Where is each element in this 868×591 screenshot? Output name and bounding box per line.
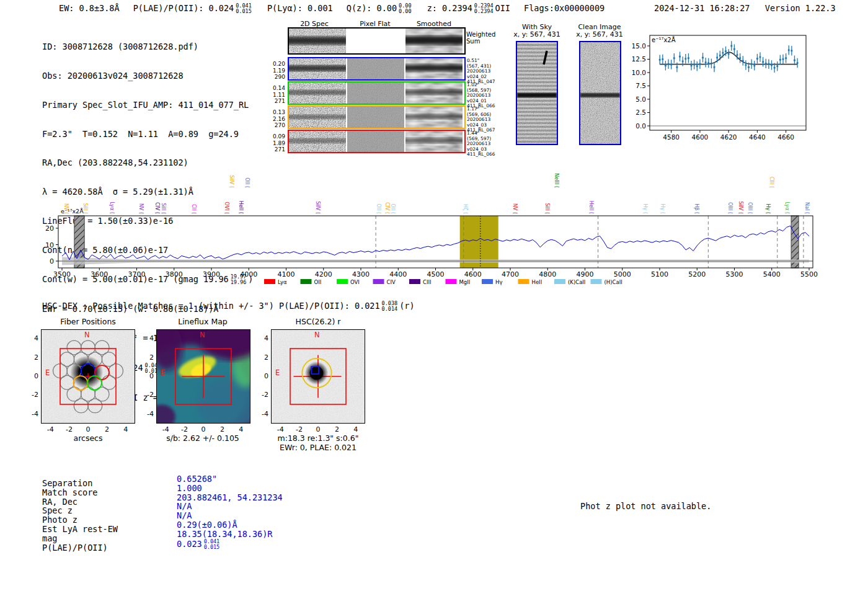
svg-text:3600: 3600 <box>91 270 108 278</box>
cutout-ytick: 0 <box>25 372 38 380</box>
photz-note: Phot z plot not available. <box>580 501 711 511</box>
svg-text:HeII: HeII <box>532 279 542 285</box>
svg-text:Hζ (: Hζ ( <box>463 204 468 214</box>
withsky-title: With Skyx, y: 567, 431 <box>503 24 571 38</box>
svg-text:4600: 4600 <box>692 133 709 141</box>
svg-text:5.0: 5.0 <box>636 96 646 103</box>
cutout-xtick: -4 <box>273 425 288 433</box>
weighted-2dspec-image <box>289 29 346 53</box>
fiber-row-2dspec-image <box>289 131 346 152</box>
lineflux-map-title: Lineflux Map <box>153 317 252 326</box>
svg-text:4000: 4000 <box>240 270 257 278</box>
svg-text:15.0: 15.0 <box>632 42 646 50</box>
fiber-compass-n: N <box>84 331 90 339</box>
svg-text:3900: 3900 <box>203 270 220 278</box>
fiber-row-2dspec-image <box>289 107 346 128</box>
svg-text:(H)CaII: (H)CaII <box>604 279 622 285</box>
cutout-xtick: 4 <box>348 425 363 433</box>
fiber-row-2dspec-image <box>289 82 346 104</box>
header-ew: EW: 0.8±3.8Å <box>59 3 120 13</box>
svg-text:Lyα (: Lyα ( <box>784 202 790 214</box>
svg-text:CIV: CIV <box>387 279 396 285</box>
header-plya: P(Lyα): 0.001 <box>267 3 333 13</box>
svg-text:7.5: 7.5 <box>636 82 646 89</box>
svg-text:4500: 4500 <box>427 270 445 278</box>
svg-text:0: 0 <box>50 257 54 265</box>
svg-text:CIV (: CIV ( <box>154 202 160 214</box>
info-obs: Obs: 20200613v024_3008712628 <box>42 71 253 81</box>
fiber-row-pixelflat-image <box>347 131 404 152</box>
svg-text:OIII (: OIII ( <box>727 202 733 214</box>
svg-text:10: 10 <box>45 241 54 249</box>
fiber-row-pixelflat-image <box>347 107 404 128</box>
fiber-row-smoothed-image <box>405 82 463 104</box>
fiber-row-left-labels: 0.132.16270 <box>259 108 285 129</box>
withsky-image <box>516 41 558 145</box>
svg-text:NV (: NV ( <box>138 203 144 214</box>
header-flags: Flags:0x00000009 <box>524 3 604 13</box>
svg-text:4600: 4600 <box>464 270 482 278</box>
cutout-xtick: -2 <box>292 425 307 433</box>
fiber-compass-e: E <box>45 368 50 377</box>
fiber-xlabel: arcsecs <box>26 433 150 443</box>
cutout-ytick: -2 <box>25 391 38 399</box>
cutout-xtick: -4 <box>158 425 173 433</box>
svg-text:Hγ (: Hγ ( <box>642 204 648 214</box>
header-plae: P(LAE)/P(OII): 0.0240.0410.015 <box>133 3 254 13</box>
lineflux-compass-e: E <box>161 368 165 377</box>
fiber-row-right-labels: 0.51"(567, 431)20200613v024_02411_RL_047 <box>467 58 510 85</box>
svg-text:3800: 3800 <box>166 270 183 278</box>
hsc-compass-n: N <box>314 331 320 339</box>
svg-text:OII (: OII ( <box>376 203 381 214</box>
svg-text:(K)CaII: (K)CaII <box>568 279 585 285</box>
lineflux-compass-n: N <box>200 331 205 339</box>
svg-text:3700: 3700 <box>128 270 146 278</box>
header-version: Version 1.22.3 <box>765 3 836 13</box>
svg-text:3500: 3500 <box>53 270 71 278</box>
cutout-xtick: -4 <box>43 425 58 433</box>
svg-text:Lyα: Lyα <box>278 279 287 285</box>
cutout-ytick: -2 <box>255 391 268 399</box>
svg-text:Hγ (: Hγ ( <box>765 204 771 214</box>
svg-text:CIV (: CIV ( <box>384 202 390 214</box>
svg-text:20: 20 <box>45 224 54 233</box>
svg-text:OVI: OVI <box>350 279 360 285</box>
cutout-ytick: 4 <box>140 334 154 342</box>
fiber-row-right-labels: 1.17"(569, 606)20200613v024_03411_RL_067 <box>467 106 510 133</box>
hsc-xlabel-1: m:18.3 re:1.3" s:0.6" <box>256 433 380 443</box>
svg-text:5500: 5500 <box>800 270 818 278</box>
svg-text:OII: OII <box>314 279 322 285</box>
svg-text:5300: 5300 <box>726 270 743 278</box>
header-qz: Q(z): 0.000.000.00 <box>347 3 414 13</box>
lineflux-map-image <box>156 329 250 424</box>
svg-text:5200: 5200 <box>688 270 706 278</box>
svg-text:CII (: CII ( <box>191 204 197 214</box>
weighted-pixelflat-image <box>347 29 404 53</box>
svg-text:SiII (: SiII ( <box>544 203 550 214</box>
svg-text:Hβ (: Hβ ( <box>694 203 699 214</box>
match-table-values: 0.65268" 1.000 203.882461, 54.231234 N/A… <box>177 474 283 549</box>
svg-text:4700: 4700 <box>502 270 519 278</box>
svg-text:2.5: 2.5 <box>636 109 646 116</box>
fiber-row-left-labels: 0.141.11271 <box>259 84 285 105</box>
cutout-xtick: 4 <box>234 425 249 433</box>
svg-text:NaI (: NaI ( <box>804 202 810 214</box>
svg-text:Lyα (: Lyα ( <box>109 202 115 214</box>
svg-text:HeII (: HeII ( <box>238 201 244 214</box>
svg-text:4800: 4800 <box>539 270 556 278</box>
cutout-ytick: 4 <box>25 334 38 342</box>
svg-text:4640: 4640 <box>749 133 766 141</box>
cutout-xtick: 4 <box>118 425 133 433</box>
info-primary-spec: Primary Spec_Slot_IFU_AMP: 411_014_077_R… <box>42 100 253 110</box>
cutout-xtick: 0 <box>81 425 95 433</box>
svg-text:Hγ: Hγ <box>495 279 502 285</box>
cutout-ytick: 4 <box>255 334 268 342</box>
svg-text:HeII (: HeII ( <box>588 201 594 214</box>
svg-text:CIII: CIII <box>423 279 431 285</box>
weighted-sum-row <box>288 27 466 55</box>
cutout-xtick: 2 <box>329 425 344 433</box>
hsc-cutout-image <box>271 329 365 424</box>
fiber-row-2 <box>288 81 466 105</box>
fiber-row-pixelflat-image <box>347 82 404 104</box>
svg-text:5100: 5100 <box>651 270 668 278</box>
